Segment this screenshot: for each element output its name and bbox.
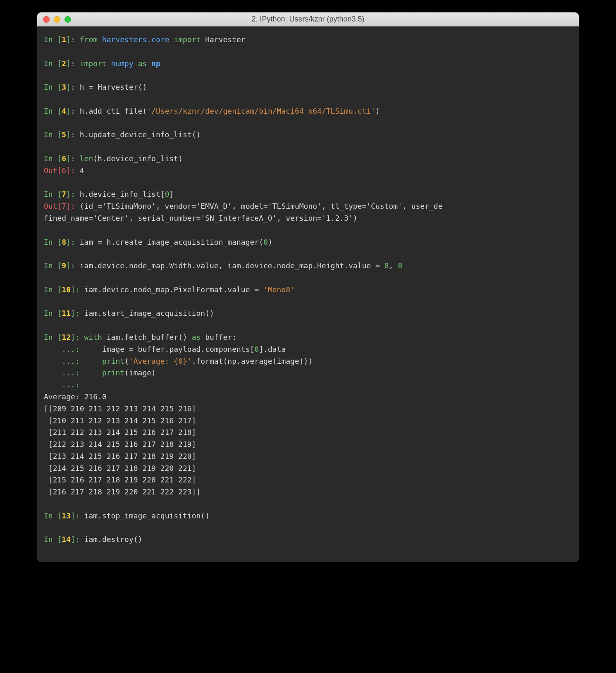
prompt-number: 7 [62,190,66,198]
class-name: Harvester [205,35,246,44]
builtin-print: print [102,357,124,365]
string-literal: '/Users/kznr/dev/genicam/bin/Maci64_x64/… [147,107,375,115]
prompt-number: 8 [62,238,66,246]
window-title: 2. IPython: Users/kznr (python3.5) [37,15,579,24]
prompt-number: 10 [62,285,71,294]
cont-prompt: ...: [44,357,102,365]
cont-prompt: ...: [44,345,84,353]
builtin-len: len [80,154,93,163]
number-literal: 0 [263,238,268,246]
code-pre: iam = h.create_image_acquisition_manager… [80,238,263,246]
prompt-number: 5 [62,130,66,139]
output-label: Average: [44,392,84,401]
number-literal: 8 [384,261,389,270]
alias: np [151,59,160,68]
in-prompt: In [44,83,57,91]
in-prompt: In [44,309,57,317]
code-fragment: buffer: [201,333,236,341]
output-value: 4 [80,166,84,175]
out-prompt: Out [44,166,57,175]
prompt-number: 7 [62,202,66,210]
terminal-window: 2. IPython: Users/kznr (python3.5) In [1… [37,12,579,562]
module-name: harvesters.core [102,35,170,44]
in-prompt: In [44,238,57,246]
code-post: ) [268,238,272,246]
code-fragment: (image) [124,368,156,377]
in-prompt: In [44,511,57,520]
keyword-with: with [84,333,102,341]
in-prompt: In [44,107,57,115]
separator: , [389,261,398,270]
prompt-number: 12 [62,333,71,341]
terminal-body[interactable]: In [1]: from harvesters.core import Harv… [37,26,579,562]
prompt-number: 1 [62,35,66,44]
prompt-number: 3 [62,83,66,91]
in-prompt: In [44,35,57,44]
in-prompt: In [44,59,57,68]
prompt-number: 14 [62,535,71,544]
code-pre: h.add_cti_file( [80,107,147,115]
minimize-icon[interactable] [54,16,60,23]
out-prompt: Out [44,202,57,210]
in-prompt: In [44,154,57,163]
keyword-as: as [192,333,201,341]
titlebar[interactable]: 2. IPython: Users/kznr (python3.5) [37,12,579,26]
keyword-as: as [138,59,147,68]
index-number: 0 [254,345,259,353]
code-line: h.update_device_info_list() [80,130,201,139]
code-post: ] [169,190,174,198]
number-literal: 8 [398,261,402,270]
prompt-number: 6 [62,166,66,175]
in-prompt: In [44,190,57,198]
close-icon[interactable] [43,16,50,23]
prompt-number: 4 [62,107,66,115]
code-fragment: iam.fetch_buffer() [102,333,192,341]
code-line: iam.stop_image_acquisition() [84,511,210,520]
maximize-icon[interactable] [64,16,71,23]
code-line: iam.start_image_acquisition() [84,309,214,317]
code-args: (h.device_info_list) [93,154,183,163]
traffic-lights [43,16,71,23]
index-number: 0 [165,190,170,198]
builtin-print: print [102,368,124,377]
code-line: iam.destroy() [84,535,143,544]
keyword-from: from [80,35,98,44]
code-pre: iam.device.node_map.PixelFormat.value = [84,285,263,294]
string-literal: 'Mono8' [263,285,295,294]
module-name: numpy [111,59,134,68]
keyword-import: import [80,59,107,68]
code-pre: iam.device.node_map.Width.value, iam.dev… [80,261,384,270]
code-fragment: image = buffer.payload.components[ [84,345,255,353]
code-post: ) [375,107,380,115]
code-fragment: .format(np.average(image))) [192,357,313,365]
prompt-number: 6 [62,154,66,163]
in-prompt: In [44,535,57,544]
prompt-number: 9 [62,261,66,270]
in-prompt: In [44,333,57,341]
in-prompt: In [44,130,57,139]
code-line: h = Harvester() [80,83,147,91]
output-matrix: [[209 210 211 212 213 214 215 216] [210 … [44,404,201,496]
cont-prompt: ...: [44,380,102,389]
string-literal: 'Average: {0}' [129,357,192,365]
prompt-number: 11 [62,309,71,317]
cont-prompt: ...: [44,368,102,377]
in-prompt: In [44,285,57,294]
prompt-number: 2 [62,59,66,68]
keyword-import: import [174,35,201,44]
code-fragment: ].data [259,345,286,353]
output-value: (id_='TLSimuMono', vendor='EMVA_D', mode… [44,202,443,222]
code-pre: h.device_info_list[ [80,190,165,198]
output-value: 216.0 [84,392,107,401]
in-prompt: In [44,261,57,270]
prompt-number: 13 [62,511,71,520]
paren-open: ( [124,357,129,365]
